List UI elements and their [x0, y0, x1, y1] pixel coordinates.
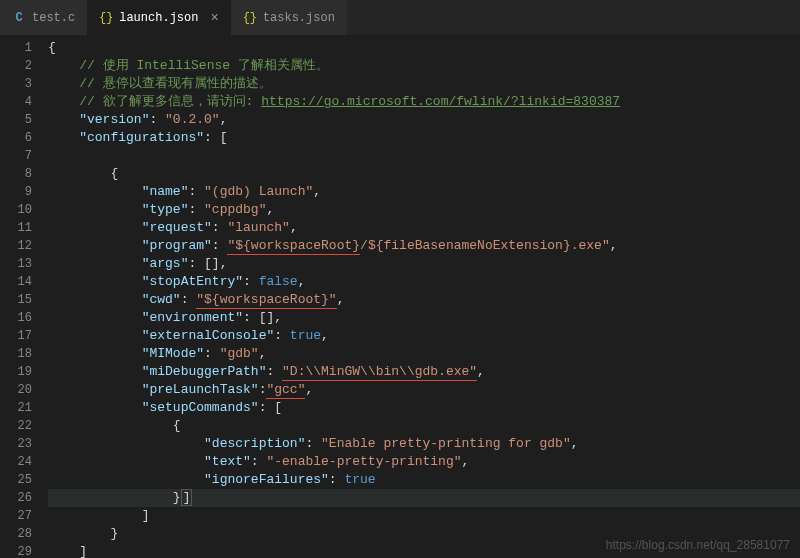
watermark: https://blog.csdn.net/qq_28581077: [606, 538, 790, 552]
tab-label: tasks.json: [263, 11, 335, 25]
line-gutter: 1234567891011121314151617181920212223242…: [0, 35, 48, 558]
tab-label: test.c: [32, 11, 75, 25]
tab-bar: C test.c {} launch.json × {} tasks.json: [0, 0, 800, 35]
code-area[interactable]: { // 使用 IntelliSense 了解相关属性。 // 悬停以查看现有属…: [48, 35, 800, 558]
tab-label: launch.json: [119, 11, 198, 25]
tab-tasks-json[interactable]: {} tasks.json: [231, 0, 347, 35]
editor: 1234567891011121314151617181920212223242…: [0, 35, 800, 558]
json-file-icon: {}: [99, 11, 113, 25]
tab-test-c[interactable]: C test.c: [0, 0, 87, 35]
c-file-icon: C: [12, 11, 26, 25]
close-icon[interactable]: ×: [210, 10, 218, 26]
tab-launch-json[interactable]: {} launch.json ×: [87, 0, 231, 35]
json-file-icon: {}: [243, 11, 257, 25]
